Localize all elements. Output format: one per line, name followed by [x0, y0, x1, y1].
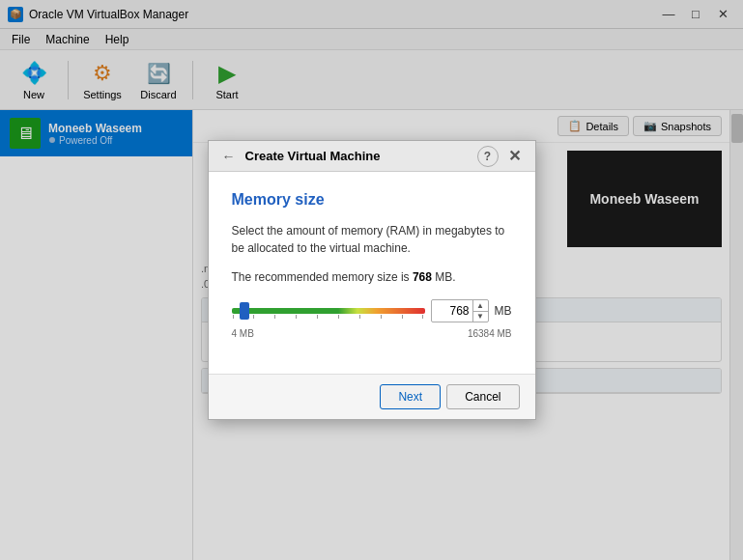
memory-range-labels: 4 MB 16384 MB: [232, 328, 512, 339]
cancel-button[interactable]: Cancel: [446, 384, 519, 409]
create-vm-dialog: ← Create Virtual Machine ? ✕ Memory size…: [208, 140, 536, 420]
memory-value-input[interactable]: [432, 304, 472, 318]
dialog-rec-suffix: MB.: [432, 270, 456, 284]
dialog-recommendation: The recommended memory size is 768 MB.: [232, 270, 512, 284]
memory-slider-thumb[interactable]: [240, 302, 249, 320]
dialog-overlay: ← Create Virtual Machine ? ✕ Memory size…: [0, 0, 743, 560]
dialog-back-button[interactable]: ←: [218, 146, 240, 167]
dialog-body: Memory size Select the amount of memory …: [209, 172, 535, 374]
memory-min-label: 4 MB: [232, 328, 254, 339]
dialog-close-button[interactable]: ✕: [504, 146, 526, 167]
dialog-rec-prefix: The recommended memory size is: [232, 270, 413, 284]
dialog-title-bar: ← Create Virtual Machine ? ✕: [209, 141, 535, 172]
memory-increment-button[interactable]: ▲: [473, 300, 488, 312]
memory-decrement-button[interactable]: ▼: [473, 312, 488, 322]
memory-max-label: 16384 MB: [468, 328, 512, 339]
memory-slider-container: [232, 301, 425, 321]
memory-spinbox[interactable]: ▲ ▼: [431, 299, 489, 322]
memory-spinbox-arrows: ▲ ▼: [472, 300, 488, 322]
memory-input-row: ▲ ▼ MB: [232, 299, 512, 322]
dialog-help-button[interactable]: ?: [477, 146, 499, 167]
dialog-description: Select the amount of memory (RAM) in meg…: [232, 222, 512, 257]
memory-slider-track[interactable]: [232, 308, 425, 314]
dialog-rec-value: 768: [413, 270, 432, 284]
memory-control: ▲ ▼ MB 4 MB 16384 MB: [232, 299, 512, 339]
dialog-footer: Next Cancel: [209, 374, 535, 419]
next-button[interactable]: Next: [380, 384, 441, 409]
dialog-title: Create Virtual Machine: [245, 149, 472, 163]
dialog-section-title: Memory size: [232, 191, 512, 209]
memory-unit-label: MB: [495, 304, 512, 318]
